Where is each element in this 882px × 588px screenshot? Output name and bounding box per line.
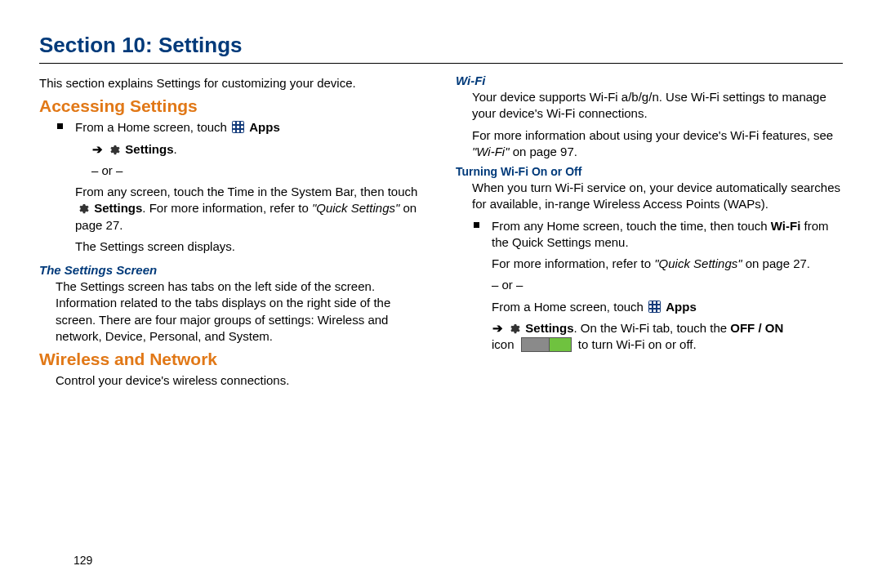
arrow-icon: ➔ (91, 141, 103, 158)
bullet-icon (57, 123, 63, 129)
text: From any Home screen, touch the time, th… (492, 219, 771, 233)
wifi-p1: Your device supports Wi-Fi a/b/g/n. Use … (456, 89, 843, 122)
heading-wifi: Wi-Fi (456, 74, 843, 87)
text: on page 97. (510, 145, 577, 158)
wifi-bold: Wi-Fi (771, 219, 801, 233)
step-arrow-settings: ➔ Settings. (39, 141, 426, 158)
wifi-ref: "Wi-Fi" (472, 145, 510, 158)
heading-turning-wifi: Turning Wi-Fi On or Off (456, 165, 843, 178)
intro-text: This section explains Settings for custo… (39, 75, 426, 91)
turning-last: ➔ Settings. On the Wi-Fi tab, touch the … (456, 320, 843, 354)
apps-icon (648, 301, 661, 313)
right-column: Wi-Fi Your device supports Wi-Fi a/b/g/n… (456, 74, 843, 394)
text: on page 27. (742, 256, 810, 270)
or-divider: – or – (39, 163, 426, 179)
text: icon (492, 337, 518, 351)
turning-home: From a Home screen, touch Apps (456, 299, 843, 315)
heading-wireless-network: Wireless and Network (39, 350, 426, 369)
apps-icon (232, 121, 244, 133)
turning-p1: When you turn Wi-Fi service on, your dev… (456, 180, 843, 213)
quick-settings-ref: "Quick Settings" (312, 201, 399, 215)
toggle-icon (521, 337, 572, 352)
settings-label: Settings (94, 201, 142, 215)
title-rule (39, 63, 843, 64)
apps-label: Apps (666, 300, 697, 314)
text: From any screen, touch the Time in the S… (75, 185, 417, 198)
text: From a Home screen, touch (75, 120, 230, 134)
apps-label: Apps (249, 120, 280, 134)
step-systembar: From any screen, touch the Time in the S… (39, 184, 426, 234)
text: For more information about using your de… (472, 128, 833, 142)
section-title: Section 10: Settings (39, 33, 843, 58)
settings-icon (508, 323, 520, 335)
arrow-icon: ➔ (492, 320, 503, 336)
text: to turn Wi-Fi on or off. (578, 337, 697, 351)
settings-icon (77, 203, 89, 215)
settings-displays: The Settings screen displays. (39, 238, 426, 255)
quick-settings-ref: "Quick Settings" (654, 256, 742, 270)
settings-label: Settings (525, 321, 573, 335)
wifi-p2: For more information about using your de… (456, 127, 843, 161)
text: . For more information, refer to (142, 201, 312, 215)
page-number: 129 (74, 554, 92, 567)
period: . (174, 142, 177, 156)
text: From a Home screen, touch (492, 300, 647, 314)
bullet-icon (474, 222, 479, 228)
turning-moreinfo: For more information, refer to "Quick Se… (456, 256, 843, 272)
off-on: OFF / ON (730, 321, 783, 335)
or-divider: – or – (456, 277, 843, 293)
text: For more information, refer to (492, 256, 654, 270)
settings-icon (108, 144, 120, 156)
text: . On the Wi-Fi tab, touch the (574, 321, 731, 335)
turning-bullet-1: From any Home screen, touch the time, th… (456, 218, 843, 252)
heading-settings-screen: The Settings Screen (39, 263, 426, 277)
wireless-body: Control your device's wireless connectio… (39, 372, 426, 389)
heading-accessing-settings: Accessing Settings (39, 96, 426, 116)
settings-label: Settings (125, 142, 173, 156)
left-column: This section explains Settings for custo… (39, 74, 426, 394)
settings-screen-body: The Settings screen has tabs on the left… (39, 278, 426, 345)
step-home-apps: From a Home screen, touch Apps (39, 119, 426, 136)
